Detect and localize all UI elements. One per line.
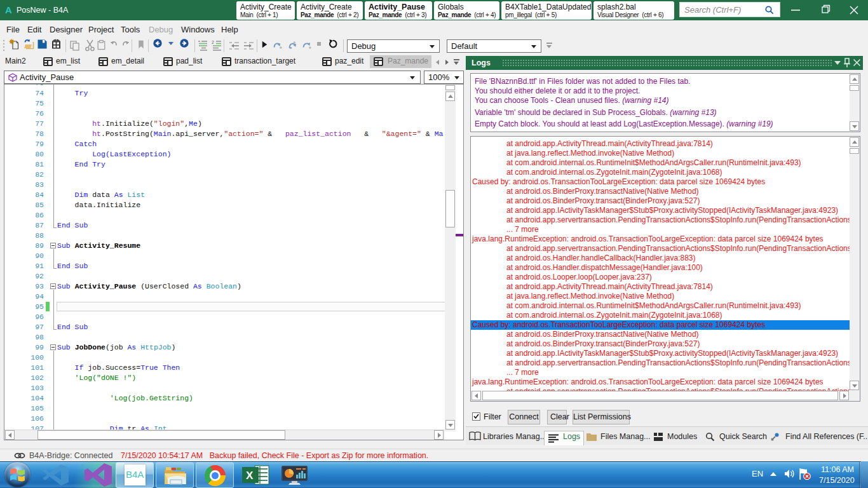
svg-text:X: X [246,470,254,482]
svg-text:2: 2 [212,40,214,44]
